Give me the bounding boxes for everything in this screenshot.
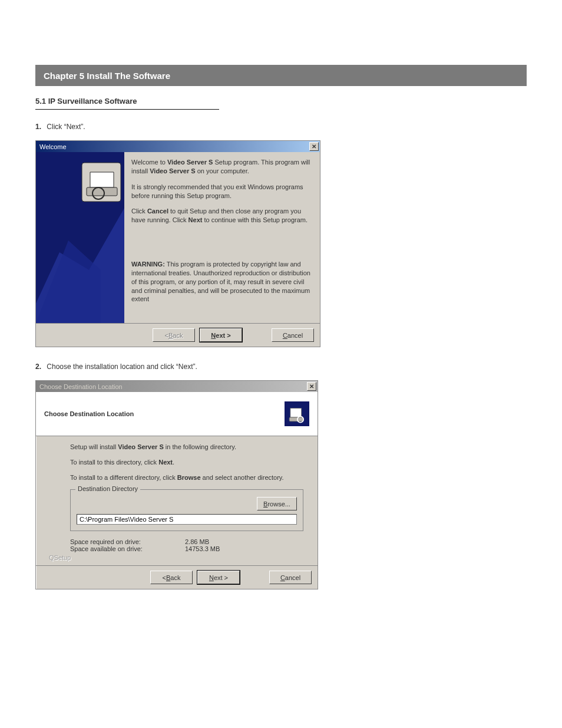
back-button: < Back <box>153 328 195 342</box>
button-row: < Back Next > Cancel <box>36 323 320 347</box>
next-button[interactable]: Next > <box>197 571 240 584</box>
back-button[interactable]: < Back <box>150 571 193 584</box>
welcome-dialog: Welcome ✕ Welco <box>35 140 320 347</box>
dialog-body: Welcome to Video Server S Setup program.… <box>36 152 320 323</box>
button-row: < Back Next > Cancel <box>36 565 318 589</box>
welcome-paragraph-3: Click Cancel to quit Setup and then clos… <box>131 207 313 225</box>
section-title: 5.1 IP Surveillance Software <box>35 97 219 110</box>
dialog-body: Setup will install Video Server S in the… <box>36 436 318 558</box>
dialog-header-title: Choose Destination Location <box>44 410 134 417</box>
installer-icon <box>285 401 309 426</box>
browse-button[interactable]: Browse... <box>257 497 297 510</box>
figure-destination-dialog: Choose Destination Location ✕ Choose Des… <box>35 380 527 589</box>
figure-welcome-dialog: Welcome ✕ Welco <box>35 140 527 347</box>
chapter-heading: Chapter 5 Install The Software <box>35 65 527 86</box>
titlebar[interactable]: Welcome ✕ <box>36 141 320 152</box>
space-required-row: Space required on drive: 2.86 MB <box>70 538 303 545</box>
content-pane: Welcome to Video Server S Setup program.… <box>124 152 320 323</box>
space-available-row: Space available on drive: 14753.3 MB <box>70 545 303 552</box>
warning-paragraph: WARNING: This program is protected by co… <box>131 260 313 304</box>
installer-graphic <box>36 152 124 323</box>
space-available-value: 14753.3 MB <box>185 545 220 552</box>
destination-directory-group: Destination Directory Browse... <box>70 489 303 531</box>
close-icon[interactable]: ✕ <box>307 382 316 391</box>
cancel-button[interactable]: Cancel <box>269 571 312 584</box>
space-available-label: Space available on drive: <box>70 545 185 552</box>
space-required-label: Space required on drive: <box>70 538 185 545</box>
document-page: Chapter 5 Install The Software 5.1 IP Su… <box>0 0 562 639</box>
dialog-header: Choose Destination Location <box>36 392 318 436</box>
step-2: 2. Choose the installation location and … <box>35 361 527 372</box>
step-1: 1. Click “Next”. <box>35 121 527 132</box>
qsetup-label: QSetup <box>45 554 74 561</box>
welcome-paragraph-1: Welcome to Video Server S Setup program.… <box>131 158 313 176</box>
install-paragraph-1: Setup will install Video Server S in the… <box>70 443 303 450</box>
welcome-paragraph-2: It is strongly recommended that you exit… <box>131 183 313 200</box>
install-paragraph-2: To install to this directory, click Next… <box>70 459 303 466</box>
titlebar[interactable]: Choose Destination Location ✕ <box>36 381 318 392</box>
destination-dialog: Choose Destination Location ✕ Choose Des… <box>35 380 318 589</box>
group-label: Destination Directory <box>75 485 140 492</box>
step-1-number: 1. <box>35 121 41 132</box>
step-2-text: Choose the installation location and cli… <box>47 363 197 371</box>
install-paragraph-3: To install to a different directory, cli… <box>70 474 303 481</box>
step-2-number: 2. <box>35 361 41 372</box>
cancel-button[interactable]: Cancel <box>272 328 314 342</box>
destination-path-input[interactable] <box>77 514 297 525</box>
close-icon[interactable]: ✕ <box>309 142 319 151</box>
svg-rect-5 <box>289 417 303 421</box>
titlebar-title: Welcome <box>39 143 67 150</box>
titlebar-title: Choose Destination Location <box>39 383 123 390</box>
space-required-value: 2.86 MB <box>185 538 209 545</box>
next-button[interactable]: Next > <box>200 328 242 342</box>
step-1-text: Click “Next”. <box>47 123 85 131</box>
